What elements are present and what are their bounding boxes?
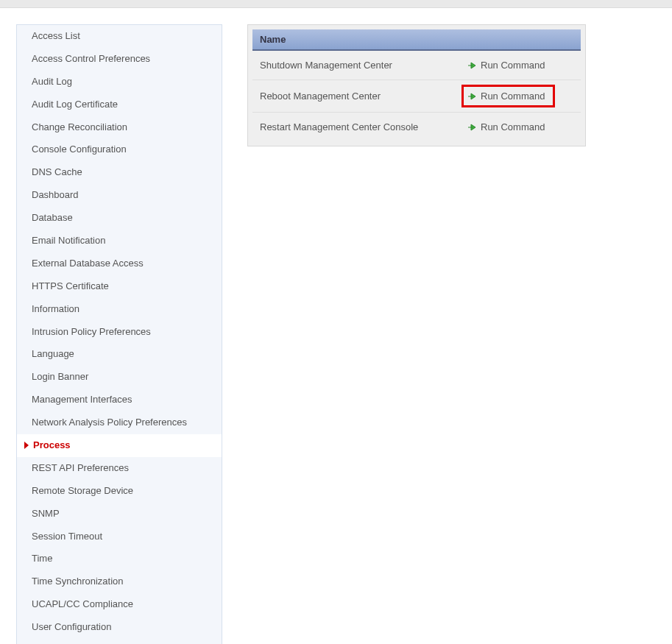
table-header-action xyxy=(464,34,573,45)
sidebar-item-label: Time Synchronization xyxy=(32,576,124,587)
sidebar-item-label: Remote Storage Device xyxy=(32,485,133,496)
run-command-link[interactable]: Run Command xyxy=(464,120,548,134)
sidebar-item-user-configuration[interactable]: User Configuration xyxy=(17,616,222,639)
sidebar-item-access-list[interactable]: Access List xyxy=(17,25,222,48)
sidebar-item-process[interactable]: Process xyxy=(17,434,222,457)
run-command-label: Run Command xyxy=(481,91,545,102)
sidebar-item-label: Database xyxy=(32,212,73,223)
sidebar-item-login-banner[interactable]: Login Banner xyxy=(17,366,222,389)
triangle-right-icon xyxy=(24,442,29,449)
sidebar-item-label: Intrusion Policy Preferences xyxy=(32,326,151,337)
table-body: Shutdown Management CenterRun CommandReb… xyxy=(252,51,581,141)
sidebar-item-label: Time xyxy=(32,553,52,564)
sidebar-item-label: HTTPS Certificate xyxy=(32,280,109,291)
sidebar-item-label: Access Control Preferences xyxy=(32,53,150,64)
run-command-label: Run Command xyxy=(481,60,545,71)
run-command-link[interactable]: Run Command xyxy=(464,58,548,72)
sidebar-item-management-interfaces[interactable]: Management Interfaces xyxy=(17,389,222,411)
table-row: Restart Management Center ConsoleRun Com… xyxy=(252,112,581,141)
run-arrow-icon xyxy=(467,123,478,132)
main-panel: Name Shutdown Management CenterRun Comma… xyxy=(247,24,586,146)
sidebar-item-https-certificate[interactable]: HTTPS Certificate xyxy=(17,275,222,298)
sidebar-item-console-configuration[interactable]: Console Configuration xyxy=(17,138,222,161)
process-name: Restart Management Center Console xyxy=(260,121,464,132)
sidebar-item-label: REST API Preferences xyxy=(32,462,129,473)
action-cell: Run Command xyxy=(464,88,573,105)
action-cell: Run Command xyxy=(464,58,573,72)
sidebar-item-label: Process xyxy=(33,439,71,452)
sidebar-item-label: Access List xyxy=(32,30,80,41)
top-bar xyxy=(0,0,672,8)
run-arrow-icon xyxy=(467,92,478,101)
action-cell: Run Command xyxy=(464,120,573,134)
sidebar-item-label: Audit Log xyxy=(32,76,72,87)
sidebar-item-time-synchronization[interactable]: Time Synchronization xyxy=(17,570,222,593)
sidebar-item-label: Change Reconciliation xyxy=(32,121,127,132)
sidebar-item-label: UCAPL/CC Compliance xyxy=(32,598,133,609)
sidebar-item-change-reconciliation[interactable]: Change Reconciliation xyxy=(17,116,222,139)
sidebar-item-external-database-access[interactable]: External Database Access xyxy=(17,252,222,275)
sidebar-item-label: SNMP xyxy=(32,508,60,519)
sidebar-item-database[interactable]: Database xyxy=(17,207,222,230)
sidebar-item-label: Console Configuration xyxy=(32,144,127,155)
run-arrow-icon xyxy=(467,61,478,70)
sidebar-item-language[interactable]: Language xyxy=(17,343,222,366)
sidebar-item-label: DNS Cache xyxy=(32,166,82,177)
sidebar-item-ucapl-cc-compliance[interactable]: UCAPL/CC Compliance xyxy=(17,593,222,616)
table-row: Reboot Management CenterRun Command xyxy=(252,79,581,112)
sidebar-item-network-analysis-policy-preferences[interactable]: Network Analysis Policy Preferences xyxy=(17,411,222,434)
sidebar-item-audit-log-certificate[interactable]: Audit Log Certificate xyxy=(17,93,222,116)
sidebar-item-label: Management Interfaces xyxy=(32,394,132,405)
sidebar-item-label: External Database Access xyxy=(32,258,144,269)
process-panel: Name Shutdown Management CenterRun Comma… xyxy=(247,24,586,146)
sidebar-item-label: Dashboard xyxy=(32,189,79,200)
sidebar-item-remote-storage-device[interactable]: Remote Storage Device xyxy=(17,480,222,503)
sidebar-item-dashboard[interactable]: Dashboard xyxy=(17,184,222,207)
process-name: Reboot Management Center xyxy=(260,91,464,102)
content-area: Access ListAccess Control PreferencesAud… xyxy=(0,8,672,644)
run-command-link[interactable]: Run Command xyxy=(464,88,552,105)
sidebar-item-label: Information xyxy=(32,303,79,314)
sidebar-item-intrusion-policy-preferences[interactable]: Intrusion Policy Preferences xyxy=(17,321,222,344)
run-command-label: Run Command xyxy=(481,121,545,132)
sidebar-item-label: Audit Log Certificate xyxy=(32,99,118,110)
process-name: Shutdown Management Center xyxy=(260,60,464,71)
sidebar-item-session-timeout[interactable]: Session Timeout xyxy=(17,526,222,548)
sidebar-item-information[interactable]: Information xyxy=(17,298,222,321)
table-header-name: Name xyxy=(260,34,464,45)
sidebar-item-label: Session Timeout xyxy=(32,531,102,542)
sidebar-item-label: Email Notification xyxy=(32,235,105,246)
sidebar-item-label: Network Analysis Policy Preferences xyxy=(32,417,187,428)
sidebar-item-audit-log[interactable]: Audit Log xyxy=(17,71,222,93)
table-header-row: Name xyxy=(252,29,581,51)
sidebar-item-time[interactable]: Time xyxy=(17,548,222,570)
sidebar-item-label: User Configuration xyxy=(32,621,111,632)
sidebar-item-email-notification[interactable]: Email Notification xyxy=(17,230,222,252)
sidebar-item-access-control-preferences[interactable]: Access Control Preferences xyxy=(17,48,222,71)
sidebar-item-vulnerability-mapping[interactable]: Vulnerability Mapping xyxy=(17,639,222,644)
sidebar-item-label: Language xyxy=(32,348,74,359)
sidebar-nav: Access ListAccess Control PreferencesAud… xyxy=(16,24,222,644)
table-row: Shutdown Management CenterRun Command xyxy=(252,51,581,79)
sidebar-item-rest-api-preferences[interactable]: REST API Preferences xyxy=(17,457,222,480)
sidebar-item-dns-cache[interactable]: DNS Cache xyxy=(17,161,222,184)
sidebar-item-label: Login Banner xyxy=(32,371,88,382)
sidebar-item-snmp[interactable]: SNMP xyxy=(17,503,222,526)
